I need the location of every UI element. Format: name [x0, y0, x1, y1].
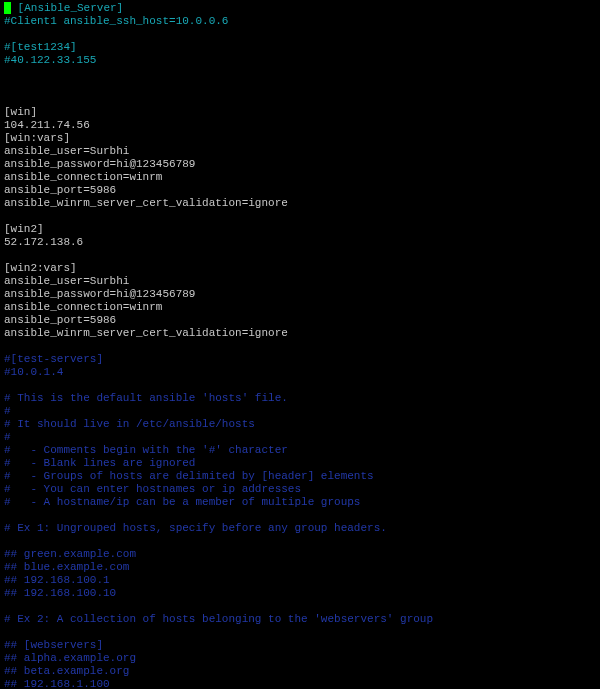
terminal-line — [4, 340, 596, 353]
line-text: # - You can enter hostnames or ip addres… — [4, 483, 301, 495]
line-text: ## alpha.example.org — [4, 652, 136, 664]
terminal-line: # - Groups of hosts are delimited by [he… — [4, 470, 596, 483]
terminal-line — [4, 535, 596, 548]
line-text: # - Groups of hosts are delimited by [he… — [4, 470, 374, 482]
line-text: #[test1234] — [4, 41, 77, 53]
terminal-line: [win2] — [4, 223, 596, 236]
terminal-line: ansible_port=5986 — [4, 314, 596, 327]
terminal-line: # This is the default ansible 'hosts' fi… — [4, 392, 596, 405]
line-text: # — [4, 405, 11, 417]
terminal-line: ansible_password=hi@123456789 — [4, 158, 596, 171]
line-text: ansible_connection=winrm — [4, 171, 162, 183]
line-text: #[test-servers] — [4, 353, 103, 365]
terminal-line: # — [4, 431, 596, 444]
terminal-line: # - You can enter hostnames or ip addres… — [4, 483, 596, 496]
line-text: # - Blank lines are ignored — [4, 457, 195, 469]
line-text: # - Comments begin with the '#' characte… — [4, 444, 288, 456]
terminal-line — [4, 626, 596, 639]
terminal-line: ansible_user=Surbhi — [4, 275, 596, 288]
line-text: ansible_winrm_server_cert_validation=ign… — [4, 327, 288, 339]
terminal-line: # It should live in /etc/ansible/hosts — [4, 418, 596, 431]
line-text: ## [webservers] — [4, 639, 103, 651]
terminal-line — [4, 28, 596, 41]
line-text: ansible_user=Surbhi — [4, 275, 129, 287]
terminal-line: ## alpha.example.org — [4, 652, 596, 665]
terminal-line — [4, 379, 596, 392]
line-text: ## 192.168.100.10 — [4, 587, 116, 599]
terminal-line: ## green.example.com — [4, 548, 596, 561]
terminal-line: 52.172.138.6 — [4, 236, 596, 249]
line-text: #10.0.1.4 — [4, 366, 63, 378]
terminal-line: ansible_connection=winrm — [4, 171, 596, 184]
terminal-line: #10.0.1.4 — [4, 366, 596, 379]
line-text: ## 192.168.100.1 — [4, 574, 110, 586]
line-text: [Ansible_Server] — [11, 2, 123, 14]
terminal-line: ansible_user=Surbhi — [4, 145, 596, 158]
line-text: ansible_connection=winrm — [4, 301, 162, 313]
terminal-line — [4, 93, 596, 106]
line-text: ansible_port=5986 — [4, 184, 116, 196]
line-text: [win2] — [4, 223, 44, 235]
terminal-line: #40.122.33.155 — [4, 54, 596, 67]
terminal-line: [Ansible_Server] — [4, 2, 596, 15]
terminal-line — [4, 210, 596, 223]
line-text: # It should live in /etc/ansible/hosts — [4, 418, 255, 430]
line-text: [win] — [4, 106, 37, 118]
terminal-line: ## 192.168.1.100 — [4, 678, 596, 689]
line-text: ## 192.168.1.100 — [4, 678, 110, 689]
line-text: ## beta.example.org — [4, 665, 129, 677]
terminal-line: ansible_winrm_server_cert_validation=ign… — [4, 327, 596, 340]
line-text: # This is the default ansible 'hosts' fi… — [4, 392, 288, 404]
cursor-block — [4, 2, 11, 14]
line-text: #Client1 ansible_ssh_host=10.0.0.6 — [4, 15, 228, 27]
terminal-line: ## 192.168.100.1 — [4, 574, 596, 587]
terminal-line: # - Comments begin with the '#' characte… — [4, 444, 596, 457]
line-text: #40.122.33.155 — [4, 54, 96, 66]
line-text: [win2:vars] — [4, 262, 77, 274]
terminal-line: ansible_password=hi@123456789 — [4, 288, 596, 301]
terminal-line: ansible_winrm_server_cert_validation=ign… — [4, 197, 596, 210]
line-text: ansible_password=hi@123456789 — [4, 288, 195, 300]
terminal-line — [4, 509, 596, 522]
line-text: # — [4, 431, 11, 443]
line-text: # Ex 2: A collection of hosts belonging … — [4, 613, 433, 625]
line-text: ansible_user=Surbhi — [4, 145, 129, 157]
terminal-line — [4, 80, 596, 93]
terminal-line — [4, 67, 596, 80]
terminal-line: ## 192.168.100.10 — [4, 587, 596, 600]
line-text: 104.211.74.56 — [4, 119, 90, 131]
terminal-line: # - A hostname/ip can be a member of mul… — [4, 496, 596, 509]
terminal-line: ## blue.example.com — [4, 561, 596, 574]
terminal-line: [win:vars] — [4, 132, 596, 145]
line-text: ansible_winrm_server_cert_validation=ign… — [4, 197, 288, 209]
terminal-line: # Ex 1: Ungrouped hosts, specify before … — [4, 522, 596, 535]
terminal-line: [win] — [4, 106, 596, 119]
line-text: # Ex 1: Ungrouped hosts, specify before … — [4, 522, 387, 534]
terminal-line: #[test-servers] — [4, 353, 596, 366]
terminal-line — [4, 249, 596, 262]
terminal-line: #Client1 ansible_ssh_host=10.0.0.6 — [4, 15, 596, 28]
terminal-line: # - Blank lines are ignored — [4, 457, 596, 470]
line-text: ansible_port=5986 — [4, 314, 116, 326]
line-text: ## green.example.com — [4, 548, 136, 560]
line-text: ## blue.example.com — [4, 561, 129, 573]
terminal-line: ## [webservers] — [4, 639, 596, 652]
line-text: [win:vars] — [4, 132, 70, 144]
terminal-line: [win2:vars] — [4, 262, 596, 275]
terminal-output[interactable]: [Ansible_Server]#Client1 ansible_ssh_hos… — [4, 2, 596, 689]
terminal-line: # — [4, 405, 596, 418]
terminal-line: ## beta.example.org — [4, 665, 596, 678]
terminal-line: # Ex 2: A collection of hosts belonging … — [4, 613, 596, 626]
terminal-line: 104.211.74.56 — [4, 119, 596, 132]
line-text: 52.172.138.6 — [4, 236, 83, 248]
line-text: ansible_password=hi@123456789 — [4, 158, 195, 170]
line-text: # - A hostname/ip can be a member of mul… — [4, 496, 360, 508]
terminal-line — [4, 600, 596, 613]
terminal-line: ansible_port=5986 — [4, 184, 596, 197]
terminal-line: #[test1234] — [4, 41, 596, 54]
terminal-line: ansible_connection=winrm — [4, 301, 596, 314]
